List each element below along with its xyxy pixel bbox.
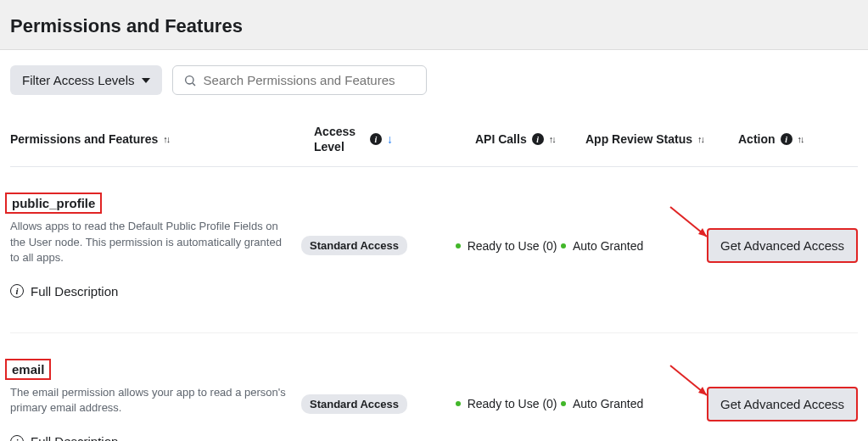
sort-down-icon: ↓	[387, 132, 393, 146]
column-header-label: API Calls	[475, 132, 527, 146]
permission-description: Allows apps to read the Default Public P…	[10, 219, 288, 265]
column-header-label: App Review Status	[585, 132, 692, 146]
svg-line-4	[670, 366, 707, 395]
table-row: public_profile Allows apps to read the D…	[10, 167, 858, 333]
svg-marker-5	[698, 387, 707, 395]
svg-marker-3	[698, 228, 707, 237]
info-icon: i	[532, 133, 544, 145]
permission-name: email	[5, 359, 51, 380]
column-header-action[interactable]: Action i ↑↓	[738, 132, 858, 146]
api-status-text: Ready to Use (0)	[468, 397, 557, 410]
filter-access-levels-button[interactable]: Filter Access Levels	[10, 65, 162, 95]
controls-row: Filter Access Levels	[0, 50, 868, 95]
column-header-review-status[interactable]: App Review Status ↑↓	[585, 132, 738, 146]
sort-icon: ↑↓	[798, 134, 804, 144]
info-icon: i	[781, 133, 792, 145]
info-icon: i	[10, 435, 24, 441]
access-level-badge: Standard Access	[301, 394, 407, 414]
status-dot-icon	[456, 243, 461, 248]
svg-line-1	[193, 83, 195, 86]
status-dot-icon	[561, 243, 566, 248]
permission-name: public_profile	[5, 193, 102, 214]
full-description-link[interactable]: i Full Description	[10, 284, 288, 299]
chevron-down-icon	[142, 78, 150, 83]
column-header-label: Permissions and Features	[10, 132, 158, 146]
review-status: Auto Granted	[561, 239, 643, 253]
api-calls-status: Ready to Use (0)	[456, 239, 557, 253]
column-header-permissions[interactable]: Permissions and Features ↑↓	[10, 132, 314, 146]
info-icon: i	[10, 284, 24, 298]
column-header-api-calls[interactable]: API Calls i ↑↓	[475, 132, 585, 146]
full-description-label: Full Description	[31, 284, 118, 299]
search-icon	[183, 74, 197, 87]
api-status-text: Ready to Use (0)	[468, 239, 557, 253]
search-input[interactable]	[204, 73, 416, 87]
full-description-link[interactable]: i Full Description	[10, 434, 288, 441]
svg-line-2	[670, 207, 707, 237]
column-header-access-level[interactable]: Access Level i ↓	[314, 124, 475, 154]
get-advanced-access-button[interactable]: Get Advanced Access	[707, 228, 858, 263]
status-dot-icon	[456, 401, 461, 406]
column-header-label: Action	[738, 132, 776, 146]
info-icon: i	[370, 133, 382, 145]
get-advanced-access-button[interactable]: Get Advanced Access	[707, 387, 858, 421]
column-header-label: Access Level	[314, 124, 365, 154]
column-headers: Permissions and Features ↑↓ Access Level…	[10, 109, 858, 167]
permissions-table: Permissions and Features ↑↓ Access Level…	[0, 95, 868, 441]
sort-icon: ↑↓	[549, 134, 555, 144]
permission-description: The email permission allows your app to …	[10, 385, 288, 416]
search-field-wrapper[interactable]	[172, 65, 427, 95]
full-description-label: Full Description	[31, 434, 118, 441]
page-header: Permissions and Features	[0, 0, 868, 50]
svg-point-0	[185, 75, 193, 83]
review-status: Auto Granted	[561, 397, 643, 410]
review-status-text: Auto Granted	[573, 397, 643, 410]
review-status-text: Auto Granted	[573, 239, 643, 253]
page-title: Permissions and Features	[10, 15, 858, 37]
sort-icon: ↑↓	[163, 134, 169, 144]
sort-icon: ↑↓	[697, 134, 703, 144]
access-level-badge: Standard Access	[301, 236, 407, 255]
status-dot-icon	[561, 401, 566, 406]
filter-label: Filter Access Levels	[22, 73, 135, 87]
table-row: email The email permission allows your a…	[10, 333, 858, 441]
api-calls-status: Ready to Use (0)	[456, 397, 557, 410]
